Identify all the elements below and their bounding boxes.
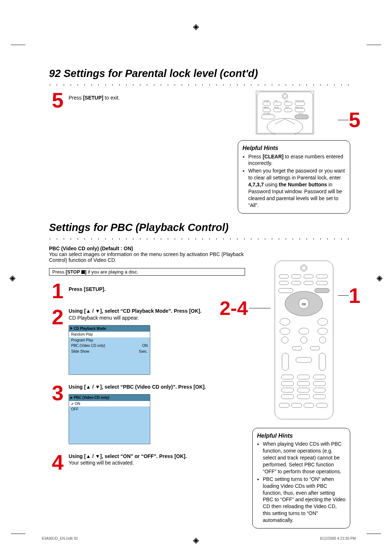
crop-mark — [367, 45, 381, 45]
helpful-hint-item: When playing Video CDs with PBC function… — [263, 441, 346, 475]
svg-rect-52 — [281, 375, 294, 379]
triangle-icon — [70, 396, 73, 399]
svg-rect-28 — [304, 275, 313, 278]
osd-row: ON — [69, 401, 150, 407]
svg-rect-64 — [279, 403, 289, 408]
svg-text:DISC MENU: DISC MENU — [263, 113, 271, 114]
svg-rect-10 — [261, 115, 275, 119]
svg-rect-66 — [304, 403, 314, 408]
svg-rect-35 — [315, 288, 329, 293]
step-1: 1 Press [SETUP]. — [49, 281, 245, 300]
step-bold: [SETUP] — [83, 95, 103, 101]
svg-point-12 — [267, 118, 303, 134]
osd-row: PBC (Video CD only)ON — [69, 343, 150, 349]
registration-mark-top: ◈ — [193, 20, 199, 32]
page-number: 92 — [49, 68, 61, 80]
crop-mark — [367, 534, 381, 534]
svg-point-46 — [319, 337, 326, 343]
svg-text:TITLE: TITLE — [285, 106, 289, 108]
svg-rect-11 — [295, 115, 309, 119]
step-3: 3 Using [▲ / ▼], select “PBC (Video CD o… — [49, 384, 245, 444]
svg-rect-27 — [291, 275, 301, 278]
svg-rect-23 — [275, 261, 333, 419]
step-text: Using [▲ / ▼], select “ON” or “OFF”. Pre… — [69, 453, 187, 459]
page-footer: E9A90UD_EN.indb 92 6/12/2006 4:23:30 PM — [42, 536, 356, 540]
svg-rect-60 — [313, 388, 326, 392]
osd-row: Slide Show5sec. — [69, 349, 150, 355]
osd-row: OFF — [69, 406, 150, 412]
remote-illustration-top: TV/VIDEO VCR DVD OPEN/CLOSE SEARCH AUDIO… — [256, 91, 314, 134]
svg-rect-62 — [297, 394, 310, 399]
step-text: to exit. — [103, 95, 120, 101]
step-number: 4 — [49, 453, 64, 472]
svg-text:OPEN/CLOSE: OPEN/CLOSE — [295, 100, 305, 102]
step-text: Using [▲ / ▼], select “PBC (Video CD onl… — [69, 384, 206, 390]
step-text: CD Playback menu will appear. — [69, 315, 139, 321]
step-text: Your setting will be activated. — [69, 460, 134, 466]
svg-rect-47 — [292, 347, 302, 350]
helpful-hint-item: PBC setting turns to “ON” when loading V… — [263, 476, 346, 524]
svg-point-40 — [318, 318, 328, 325]
svg-rect-63 — [313, 394, 326, 399]
osd-row: Program Play — [69, 337, 150, 343]
step-text: Press [SETUP]. — [69, 286, 106, 292]
svg-text:AUDIO: AUDIO — [274, 106, 279, 108]
helpful-hint-item: Press [CLEAR] to erase numbers entered i… — [248, 153, 346, 167]
svg-rect-48 — [310, 347, 320, 350]
svg-rect-61 — [281, 394, 294, 399]
note-press-stop: Press [STOP ] if you are playing a disc. — [49, 268, 245, 276]
registration-mark-left: ◈ — [9, 272, 16, 284]
svg-rect-59 — [297, 388, 310, 392]
remote-illustration-full: OK — [274, 260, 334, 420]
svg-point-44 — [282, 337, 288, 343]
svg-text:VCR: VCR — [274, 100, 277, 102]
step-number: 3 — [49, 384, 64, 402]
osd-row: Random Play — [69, 332, 150, 337]
step-5: 5 Press [SETUP] to exit. — [49, 91, 230, 110]
helpful-hints-box-1: Helpful Hints Press [CLEAR] to erase num… — [238, 140, 350, 214]
svg-rect-26 — [279, 275, 289, 278]
svg-rect-9 — [295, 108, 305, 112]
svg-text:SETUP: SETUP — [298, 113, 303, 114]
step-text: Using [▲ / ▼], select “CD Playback Mode”… — [69, 308, 201, 314]
svg-rect-32 — [304, 281, 313, 285]
svg-point-0 — [282, 93, 288, 99]
dotted-rule: · · · · · · · · · · · · · · · · · · · · … — [49, 80, 350, 89]
crop-mark — [11, 534, 25, 534]
svg-text:SEARCH: SEARCH — [263, 106, 269, 108]
svg-rect-7 — [274, 108, 282, 112]
crop-mark — [11, 45, 25, 45]
svg-point-43 — [318, 328, 328, 335]
svg-rect-54 — [313, 375, 326, 379]
svg-text:RAPID PLAY: RAPID PLAY — [295, 106, 303, 108]
svg-rect-4 — [284, 102, 292, 106]
svg-rect-5 — [295, 102, 305, 106]
step-text: Press — [69, 95, 83, 101]
svg-rect-34 — [278, 288, 293, 293]
helpful-hints-title: Helpful Hints — [257, 432, 346, 440]
svg-rect-2 — [263, 102, 271, 106]
svg-point-45 — [301, 337, 307, 343]
footer-right: 6/12/2006 4:23:30 PM — [320, 536, 356, 540]
subsection-heading: PBC (Video CD only) (Default : ON) You c… — [49, 246, 245, 263]
svg-rect-49 — [282, 353, 289, 370]
svg-rect-55 — [281, 381, 294, 386]
svg-rect-6 — [263, 108, 271, 112]
svg-text:DVD: DVD — [285, 100, 288, 102]
svg-point-1 — [283, 94, 287, 98]
svg-point-39 — [280, 318, 290, 325]
remote-callout-5: 5 — [349, 110, 360, 129]
remote-callout-2-4: 2-4 — [220, 299, 248, 317]
svg-rect-53 — [297, 375, 310, 379]
svg-rect-67 — [316, 403, 328, 408]
osd-cd-playback-mode: CD Playback Mode Random Play Program Pla… — [69, 325, 150, 375]
svg-point-25 — [302, 266, 306, 270]
helpful-hint-item: When you forget the password or you want… — [248, 167, 346, 208]
footer-left: E9A90UD_EN.indb 92 — [42, 536, 78, 540]
svg-rect-31 — [291, 281, 301, 285]
step-2: 2 Using [▲ / ▼], select “CD Playback Mod… — [49, 308, 245, 375]
svg-point-41 — [280, 328, 290, 335]
remote-callout-1: 1 — [349, 286, 360, 305]
step-number: 5 — [49, 91, 64, 110]
svg-rect-50 — [319, 353, 326, 370]
